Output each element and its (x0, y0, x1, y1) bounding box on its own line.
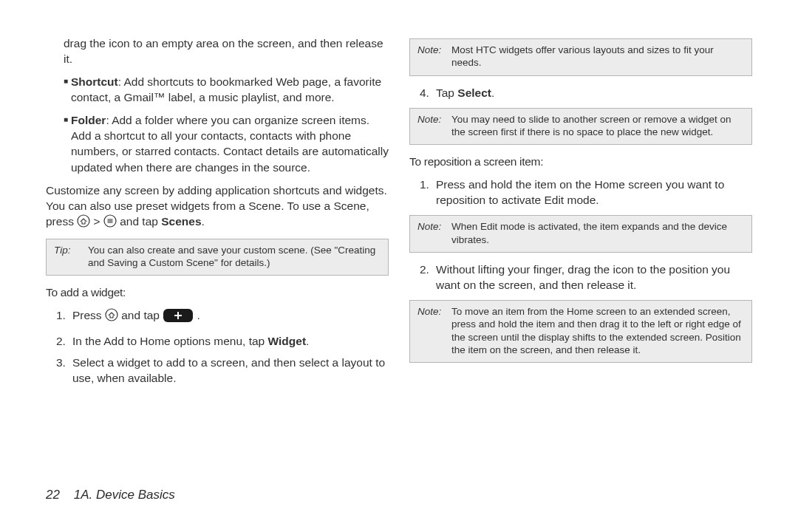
step2-post: . (306, 335, 309, 347)
note-box-extended: Note: To move an item from the Home scre… (409, 300, 752, 363)
step1-pre: Press (72, 309, 105, 321)
home-icon (105, 308, 118, 325)
note-box-layouts: Note: Most HTC widgets offer various lay… (409, 38, 752, 76)
reposition-heading: To reposition a screen item: (409, 154, 752, 169)
shortcut-desc: : Add shortcuts to bookmarked Web page, … (71, 75, 381, 103)
step-body: In the Add to Home options menu, tap Wid… (72, 333, 389, 349)
scenes-label: Scenes (161, 215, 201, 228)
folder-desc: : Add a folder where you can organize sc… (71, 114, 389, 173)
step4-pre: Tap (436, 86, 457, 99)
bullet-shortcut: ■ Shortcut: Add shortcuts to bookmarked … (46, 74, 389, 105)
note-label: Note: (417, 113, 451, 139)
square-bullet-icon: ■ (64, 112, 71, 174)
add-widget-heading: To add a widget: (46, 284, 389, 300)
add-widget-steps: 1. Press and tap (46, 307, 389, 385)
note-body: To move an item from the Home screen to … (451, 305, 744, 356)
reposition-step1: 1. Press and hold the item on the Home s… (409, 177, 752, 208)
note-body: Most HTC widgets offer various layouts a… (451, 44, 744, 69)
square-bullet-icon: ■ (64, 74, 71, 105)
step-body: Tap Select. (436, 85, 752, 100)
svg-point-5 (106, 309, 117, 321)
step-number: 3. (56, 355, 72, 386)
step-2: 2. In the Add to Home options menu, tap … (46, 333, 389, 349)
section-title: 1A. Device Basics (74, 488, 175, 502)
step-2: 2. Without lifting your finger, drag the… (409, 262, 752, 293)
note-box-slide: Note: You may need to slide to another s… (409, 108, 752, 146)
add-widget-step4: 4. Tap Select. (409, 85, 752, 100)
note-body: When Edit mode is activated, the item ex… (451, 220, 744, 246)
home-icon (77, 214, 90, 231)
columns: drag the icon to an empty area on the sc… (46, 35, 752, 470)
tip-label: Tip: (54, 244, 88, 270)
tip-body: You can also create and save your custom… (88, 244, 381, 270)
reposition-step2: 2. Without lifting your finger, drag the… (409, 262, 752, 293)
step2-bold: Widget (268, 335, 307, 347)
step-1: 1. Press and hold the item on the Home s… (409, 177, 752, 208)
step-number: 2. (56, 333, 72, 349)
bullet-folder: ■ Folder: Add a folder where you can org… (46, 112, 389, 174)
step-3: 3. Select a widget to add to a screen, a… (46, 355, 389, 386)
page-footer: 22 1A. Device Basics (46, 470, 752, 502)
bullet-text: Folder: Add a folder where you can organ… (71, 112, 389, 174)
step4-bold: Select (457, 86, 491, 99)
step1-mid: and tap (121, 309, 163, 321)
note-label: Note: (417, 44, 451, 69)
note-body: You may need to slide to another screen … (451, 113, 744, 139)
customize-mid: > (94, 215, 103, 228)
step4-post: . (491, 86, 494, 99)
bullet-text: Shortcut: Add shortcuts to bookmarked We… (71, 74, 389, 105)
step-body: Select a widget to add to a screen, and … (72, 355, 389, 386)
step-number: 1. (56, 307, 72, 327)
step-body: Press and hold the item on the Home scre… (436, 177, 752, 208)
page-number: 22 (46, 488, 60, 502)
note-label: Note: (417, 305, 451, 356)
step-4: 4. Tap Select. (409, 85, 752, 100)
menu-icon (103, 214, 117, 231)
step-1: 1. Press and tap (46, 307, 389, 327)
step-number: 1. (420, 177, 436, 208)
note-label: Note: (417, 220, 451, 246)
customize-paragraph: Customize any screen by adding applicati… (46, 183, 389, 231)
plus-button-icon (163, 308, 194, 327)
svg-point-0 (78, 215, 89, 227)
manual-page: drag the icon to an empty area on the sc… (0, 0, 798, 532)
left-column: drag the icon to an empty area on the sc… (46, 35, 389, 470)
right-column: Note: Most HTC widgets offer various lay… (409, 35, 752, 470)
folder-label: Folder (71, 114, 106, 126)
tip-box: Tip: You can also create and save your c… (46, 239, 389, 276)
step-number: 4. (420, 85, 436, 100)
drag-paragraph: drag the icon to an empty area on the sc… (46, 35, 389, 66)
step-number: 2. (420, 262, 436, 293)
customize-post: and tap (120, 215, 161, 228)
step1-post: . (197, 309, 200, 321)
note-box-editmode: Note: When Edit mode is activated, the i… (409, 215, 752, 253)
period: . (202, 215, 205, 228)
shortcut-label: Shortcut (71, 75, 118, 88)
step-body: Without lifting your finger, drag the ic… (436, 262, 752, 293)
step-body: Press and tap (72, 307, 389, 327)
step2-pre: In the Add to Home options menu, tap (72, 335, 268, 347)
